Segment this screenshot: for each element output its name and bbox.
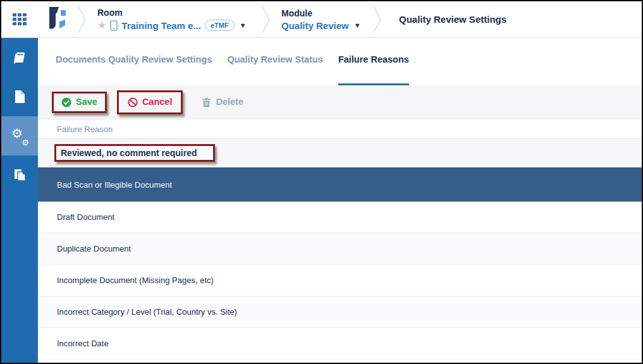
book-icon: [12, 50, 27, 65]
table-row[interactable]: Incorrect Category / Level (Trial, Count…: [38, 296, 642, 328]
copy-icon: [12, 167, 27, 183]
room-selector[interactable]: ★ Training Team e... eTMF ▼: [97, 20, 259, 31]
ban-icon: [128, 97, 138, 107]
room-breadcrumb: Room ★ Training Team e... eTMF ▼: [97, 8, 259, 31]
sidebar-item-binders[interactable]: [1, 38, 38, 77]
module-dropdown-caret-icon[interactable]: ▼: [354, 22, 361, 29]
breadcrumb-separator: [77, 4, 87, 35]
device-icon: [110, 20, 118, 31]
module-name: Quality Review: [281, 20, 349, 31]
module-label: Module: [281, 8, 370, 18]
app-launcher-button[interactable]: [1, 1, 38, 37]
cancel-button[interactable]: Cancel: [128, 97, 173, 107]
gears-icon: ⚙⚙: [11, 128, 28, 143]
failure-reason-edit-row: Reviewed, no comment required: [38, 139, 642, 167]
sidebar-item-documents[interactable]: [1, 77, 38, 116]
table-row[interactable]: Incorrect Date: [38, 328, 642, 360]
sidebar-item-copy-documents[interactable]: [1, 155, 38, 195]
favorite-star-icon[interactable]: ★: [97, 20, 106, 30]
tab-documents-quality-review-settings[interactable]: Documents Quality Review Settings: [56, 54, 212, 85]
failure-reason-list: Bad Scan or Illegible Document Draft Doc…: [38, 167, 642, 360]
table-column-header: Failure Reason: [38, 119, 642, 139]
breadcrumb-separator: [372, 4, 383, 35]
save-annotation-box: Save: [52, 92, 107, 113]
check-circle-icon: [61, 97, 71, 107]
top-bar: Room ★ Training Team e... eTMF ▼ Module …: [1, 1, 642, 38]
table-row[interactable]: Draft Document: [38, 202, 642, 233]
toolbar: Save Cancel Delete: [38, 85, 642, 119]
app-window: Room ★ Training Team e... eTMF ▼ Module …: [0, 0, 643, 364]
room-type-badge: eTMF: [205, 20, 235, 31]
trash-icon: [202, 97, 211, 107]
room-name: Training Team e...: [121, 20, 201, 31]
tab-failure-reasons[interactable]: Failure Reasons: [338, 54, 409, 85]
delete-button[interactable]: Delete: [202, 97, 243, 107]
table-row[interactable]: Incomplete Document (Missing Pages, etc): [38, 265, 642, 296]
cancel-annotation-box: Cancel: [117, 90, 183, 114]
brand-logo-icon: [47, 6, 68, 31]
failure-reason-input[interactable]: Reviewed, no comment required: [54, 144, 215, 162]
file-icon: [13, 89, 27, 104]
module-breadcrumb: Module Quality Review ▼: [281, 8, 370, 31]
app-grid-icon: [13, 13, 27, 25]
room-dropdown-caret-icon[interactable]: ▼: [240, 22, 247, 29]
sidebar-item-settings[interactable]: ⚙⚙: [1, 116, 38, 155]
main-content: Documents Quality Review Settings Qualit…: [38, 38, 642, 363]
brand-logo[interactable]: [47, 6, 68, 33]
tab-bar: Documents Quality Review Settings Qualit…: [38, 38, 642, 85]
module-selector[interactable]: Quality Review ▼: [281, 20, 370, 31]
breadcrumb-separator: [261, 4, 271, 35]
left-sidebar: ⚙⚙: [1, 38, 38, 363]
table-row[interactable]: Bad Scan or Illegible Document: [38, 167, 642, 202]
table-row[interactable]: Duplicate Document: [38, 233, 642, 265]
room-label: Room: [97, 8, 259, 18]
page-title: Quality Review Settings: [399, 14, 506, 25]
tab-quality-review-status[interactable]: Quality Review Status: [227, 54, 323, 85]
save-button[interactable]: Save: [61, 97, 97, 107]
